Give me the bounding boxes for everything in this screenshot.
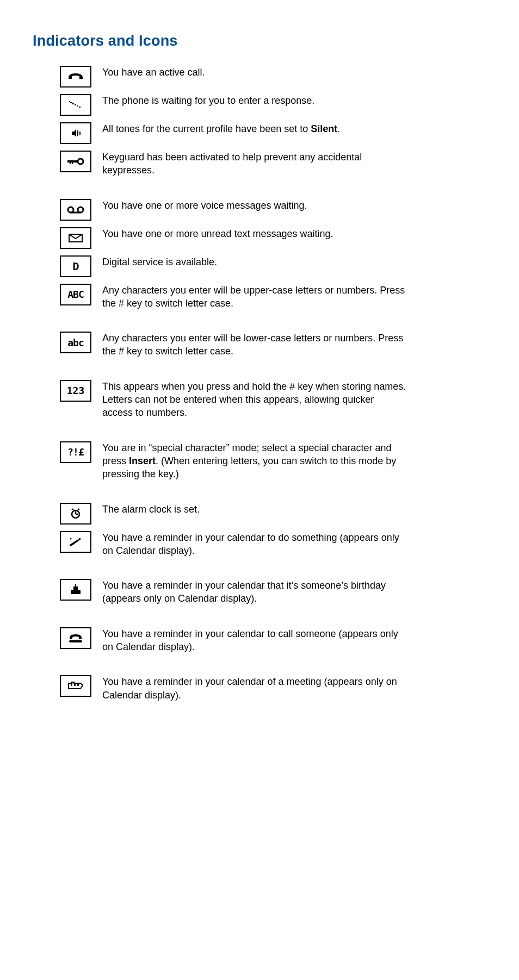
row-reminder-call: You have a reminder in your calendar to …	[60, 626, 484, 654]
desc-abc-lower: Any characters you enter will be lower-c…	[102, 330, 407, 358]
svg-rect-30	[77, 684, 79, 686]
svg-rect-4	[79, 107, 81, 108]
row-abc-lower: abc Any characters you enter will be low…	[60, 330, 484, 358]
desc-digital-service: Digital service is available.	[102, 254, 407, 269]
svg-rect-9	[67, 160, 78, 163]
svg-point-23	[70, 538, 72, 539]
row-reminder-meeting: You have a reminder in your calendar of …	[60, 674, 484, 702]
digital-service-icon: D	[60, 255, 91, 277]
row-numbers: 123 This appears when you press and hold…	[60, 379, 484, 420]
digital-d-glyph: D	[72, 260, 78, 273]
indicator-list: You have an active call. The phone is wa…	[60, 65, 484, 702]
active-call-icon	[60, 66, 91, 88]
svg-rect-26	[75, 584, 76, 586]
svg-rect-6	[71, 102, 72, 103]
desc-alarm: The alarm clock is set.	[102, 502, 407, 516]
svg-point-10	[78, 159, 83, 164]
desc-active-call: You have an active call.	[102, 65, 407, 79]
abc-lower-glyph: abc	[67, 337, 84, 348]
numbers-icon: 123	[60, 380, 91, 402]
page: Indicators and Icons You have an active …	[0, 0, 519, 740]
abc-upper-glyph: ABC	[67, 289, 84, 300]
reminder-call-icon	[60, 627, 91, 649]
row-reminder-todo: You have a reminder in your calendar to …	[60, 530, 484, 558]
row-abc-upper: ABC Any characters you enter will be upp…	[60, 283, 484, 310]
unread-text-icon	[60, 227, 91, 249]
svg-rect-24	[73, 586, 78, 590]
reminder-birthday-icon	[60, 579, 91, 601]
svg-rect-25	[71, 590, 81, 594]
abc-upper-icon: ABC	[60, 284, 91, 305]
svg-rect-11	[70, 163, 71, 164]
row-special-chars: ?!£ You are in “special character” mode;…	[60, 440, 484, 481]
svg-rect-12	[72, 163, 73, 164]
reminder-todo-icon	[60, 531, 91, 553]
desc-special-bold: Insert	[129, 455, 156, 466]
row-keyguard: Keyguard has been activated to help prev…	[60, 149, 484, 177]
svg-line-21	[78, 509, 79, 510]
row-waiting-response: The phone is waiting for you to enter a …	[60, 93, 484, 116]
alarm-icon	[60, 503, 91, 525]
row-silent: All tones for the current profile have b…	[60, 121, 484, 144]
desc-voicemail: You have one or more voice messages wait…	[102, 198, 407, 212]
row-voicemail: You have one or more voice messages wait…	[60, 198, 484, 221]
abc-lower-icon: abc	[60, 332, 91, 353]
row-alarm: The alarm clock is set.	[60, 502, 484, 525]
desc-special-chars: You are in “special character” mode; sel…	[102, 440, 407, 481]
desc-keyguard: Keyguard has been activated to help prev…	[102, 149, 407, 177]
keyguard-icon	[60, 151, 91, 172]
row-reminder-birthday: You have a reminder in your calendar tha…	[60, 578, 484, 606]
svg-line-20	[72, 509, 73, 510]
desc-silent-bold: Silent	[311, 123, 337, 134]
desc-numbers: This appears when you press and hold the…	[102, 379, 407, 420]
svg-rect-3	[77, 105, 78, 107]
voicemail-icon	[60, 199, 91, 221]
svg-rect-29	[74, 684, 76, 686]
svg-rect-7	[77, 130, 78, 136]
svg-rect-28	[71, 684, 72, 686]
row-digital-service: D Digital service is available.	[60, 254, 484, 277]
waiting-response-icon	[60, 94, 91, 116]
special-chars-icon: ?!£	[60, 441, 91, 463]
svg-rect-5	[69, 101, 70, 102]
row-unread-text: You have one or more unread text message…	[60, 226, 484, 249]
desc-reminder-meeting: You have a reminder in your calendar of …	[102, 674, 407, 702]
svg-rect-2	[75, 104, 76, 105]
row-active-call: You have an active call.	[60, 65, 484, 88]
svg-rect-22	[79, 538, 81, 540]
desc-unread-text: You have one or more unread text message…	[102, 226, 407, 240]
desc-silent-pre: All tones for the current profile have b…	[102, 123, 311, 134]
special-chars-glyph: ?!£	[67, 446, 84, 458]
svg-rect-1	[72, 103, 74, 104]
numbers-glyph: 123	[67, 385, 85, 396]
svg-rect-27	[69, 640, 82, 642]
desc-waiting-response: The phone is waiting for you to enter a …	[102, 93, 407, 107]
desc-silent: All tones for the current profile have b…	[102, 121, 407, 135]
desc-reminder-birthday: You have a reminder in your calendar tha…	[102, 578, 407, 606]
svg-rect-8	[79, 132, 81, 135]
desc-reminder-todo: You have a reminder in your calendar to …	[102, 530, 407, 558]
silent-icon	[60, 122, 91, 144]
page-title: Indicators and Icons	[33, 33, 484, 49]
reminder-meeting-icon	[60, 675, 91, 697]
desc-silent-post: .	[337, 123, 340, 134]
desc-reminder-call: You have a reminder in your calendar to …	[102, 626, 407, 654]
desc-abc-upper: Any characters you enter will be upper-c…	[102, 283, 407, 310]
